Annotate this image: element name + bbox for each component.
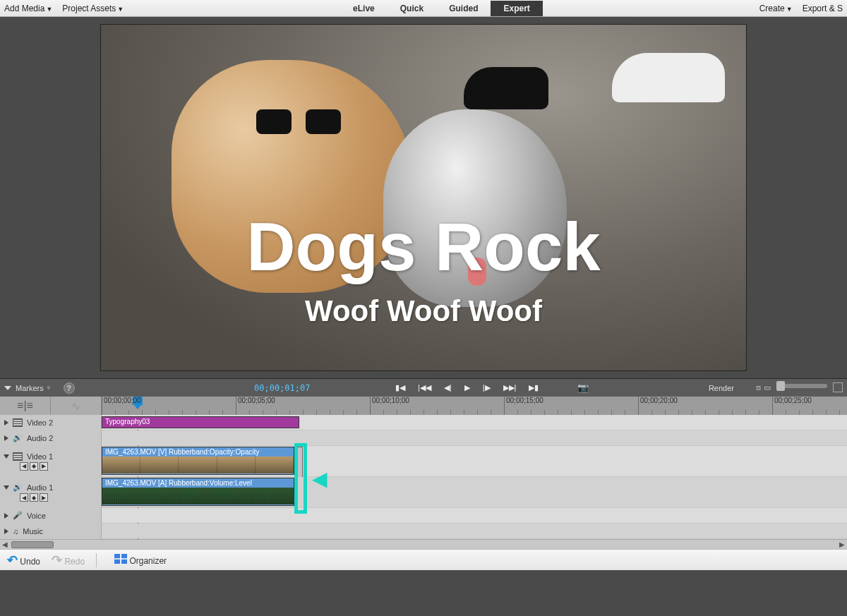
music-track-icon — [13, 527, 18, 536]
redo-icon: ↷ — [52, 553, 62, 567]
goto-out-icon[interactable]: ▶▮ — [529, 383, 539, 392]
export-menu[interactable]: Export & S — [803, 4, 843, 13]
tab-guided[interactable]: Guided — [436, 1, 491, 16]
organizer-button[interactable]: Organizer — [114, 554, 167, 566]
tab-expert[interactable]: Expert — [491, 1, 542, 16]
track-lane-audio2[interactable] — [102, 430, 847, 445]
redo-label: Redo — [64, 557, 85, 567]
clip-typography[interactable]: Typography03 — [102, 416, 299, 428]
audio-view-icon[interactable]: ∿ — [51, 397, 102, 415]
timeline-options-icon[interactable]: ≡|≡ — [0, 397, 51, 415]
timeline-ruler[interactable]: 00;00;00;0000;00;05;0000;00;10;0000;00;1… — [102, 397, 847, 415]
clip-thumbnails — [102, 457, 294, 473]
zoom-fit-icon[interactable] — [833, 382, 843, 392]
step-back-frame-icon[interactable]: |◀◀ — [418, 383, 431, 392]
expand-icon[interactable] — [4, 513, 8, 519]
ruler-tick: 00;00;00;00 — [102, 397, 141, 415]
preview-element — [464, 67, 548, 109]
preview-area: Dogs Rock Woof Woof Woof — [0, 17, 847, 378]
caret-down-icon: ▼ — [46, 6, 52, 13]
track-label: Audio 1 — [27, 483, 53, 492]
snapshot-icon[interactable]: 📷 — [577, 382, 589, 393]
track-label: Voice — [27, 512, 46, 520]
annotation-arrow-icon: ◀ — [312, 467, 328, 490]
track-header-video2[interactable]: Video 2 — [0, 415, 102, 430]
organizer-icon — [114, 554, 127, 564]
ruler-tick: 00;00;20;00 — [638, 397, 678, 415]
expand-icon[interactable] — [4, 420, 8, 425]
add-media-menu[interactable]: Add Media▼ — [4, 4, 52, 13]
track-header-audio2[interactable]: Audio 2 — [0, 430, 102, 445]
track-lane-music[interactable] — [102, 524, 847, 538]
scroll-right-icon[interactable]: ▶ — [837, 540, 847, 548]
track-lane-voice[interactable] — [102, 508, 847, 523]
clip-label: Typography03 — [102, 417, 299, 426]
undo-icon: ↶ — [7, 553, 18, 567]
play-icon[interactable]: ▶ — [464, 383, 470, 392]
undo-label: Undo — [20, 557, 40, 567]
track-lane-audio1[interactable]: IMG_4263.MOV [A] Rubberband:Volume:Level — [102, 477, 847, 507]
clip-label: IMG_4263.MOV [V] Rubberband:Opacity:Opac… — [102, 447, 294, 457]
video-track-icon — [13, 452, 23, 461]
subtitle-overlay: Woof Woof Woof — [101, 294, 746, 328]
title-overlay: Dogs Rock — [101, 208, 746, 286]
render-button[interactable]: Render — [709, 384, 734, 392]
help-icon[interactable]: ? — [64, 382, 75, 394]
current-timecode[interactable]: 00;00;01;07 — [254, 383, 310, 393]
preview-element — [612, 53, 725, 102]
audio-track-icon — [13, 483, 23, 492]
track-label: Audio 2 — [27, 434, 53, 442]
project-assets-menu[interactable]: Project Assets▼ — [62, 4, 124, 13]
create-menu[interactable]: Create▼ — [759, 4, 793, 13]
track-lane-video1[interactable]: IMG_4263.MOV [V] Rubberband:Opacity:Opac… — [102, 446, 847, 476]
scrollbar-thumb[interactable] — [11, 541, 54, 548]
video-track-icon — [13, 418, 23, 427]
caret-down-icon: ▾ — [47, 383, 51, 392]
zoom-slider[interactable] — [776, 384, 827, 388]
expand-icon[interactable] — [4, 529, 8, 534]
clip-video1[interactable]: IMG_4263.MOV [V] Rubberband:Opacity:Opac… — [102, 447, 294, 475]
keyframe-nav[interactable]: ◀◆▶ — [20, 462, 97, 471]
bottom-action-bar: ↶ Undo ↷ Redo Organizer — [0, 549, 847, 570]
timeline-tracks: Video 2 Typography03 Audio 2 Video 1 ◀◆▶… — [0, 415, 847, 539]
collapse-icon[interactable] — [4, 454, 9, 459]
step-forward-icon[interactable]: |▶ — [483, 383, 491, 392]
track-header-audio1[interactable]: Audio 1 ◀◆▶ — [0, 477, 102, 507]
expand-icon[interactable] — [4, 435, 8, 441]
caret-down-icon: ▼ — [117, 6, 124, 13]
track-header-music[interactable]: Music — [0, 524, 102, 538]
redo-button: ↷ Redo — [52, 552, 85, 568]
markers-menu[interactable]: Markers — [16, 384, 44, 392]
ruler-tick: 00;00;05;00 — [236, 397, 275, 415]
track-header-voice[interactable]: Voice — [0, 508, 102, 523]
audio-track-icon — [13, 433, 23, 442]
clip-waveform — [102, 488, 294, 505]
ruler-tick: 00;00;25;00 — [772, 397, 812, 415]
top-menu-bar: Add Media▼ Project Assets▼ eLive Quick G… — [0, 0, 847, 17]
ruler-tick: 00;00;10;00 — [370, 397, 409, 415]
transport-controls: ▮◀ |◀◀ ◀| ▶ |▶ ▶▶| ▶▮ — [395, 383, 539, 392]
clip-label: IMG_4263.MOV [A] Rubberband:Volume:Level — [102, 478, 294, 488]
keyframe-nav[interactable]: ◀◆▶ — [20, 493, 97, 502]
disclose-icon[interactable] — [4, 386, 11, 390]
step-forward-frame-icon[interactable]: ▶▶| — [503, 383, 517, 392]
annotation-highlight — [294, 443, 307, 514]
step-back-icon[interactable]: ◀| — [444, 383, 452, 392]
scroll-left-icon[interactable]: ◀ — [0, 540, 10, 548]
collapse-icon[interactable] — [4, 485, 9, 490]
timeline-ruler-row: ≡|≡ ∿ 00;00;00;0000;00;05;0000;00;10;000… — [0, 397, 847, 415]
track-lane-video2[interactable]: Typography03 — [102, 415, 847, 430]
fullscreen-icon[interactable]: ▭ — [764, 383, 771, 392]
voice-track-icon — [13, 511, 23, 520]
undo-button[interactable]: ↶ Undo — [7, 552, 40, 568]
tab-quick[interactable]: Quick — [388, 1, 436, 16]
goto-in-icon[interactable]: ▮◀ — [395, 383, 405, 392]
video-preview[interactable]: Dogs Rock Woof Woof Woof — [100, 24, 747, 371]
timeline-horizontal-scrollbar[interactable]: ◀ ▶ — [0, 539, 847, 549]
track-label: Video 2 — [27, 418, 53, 427]
tab-elive[interactable]: eLive — [340, 1, 388, 16]
clip-audio1[interactable]: IMG_4263.MOV [A] Rubberband:Volume:Level — [102, 478, 294, 506]
track-header-video1[interactable]: Video 1 ◀◆▶ — [0, 446, 102, 476]
safe-margins-icon[interactable]: ⧈ — [756, 383, 761, 392]
track-label: Video 1 — [27, 452, 53, 461]
